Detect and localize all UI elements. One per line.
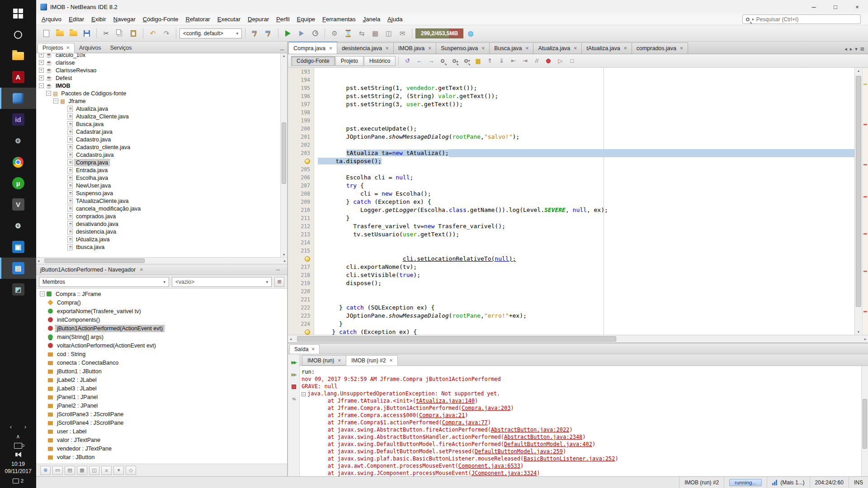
- stacktrace-link[interactable]: AbstractButton.java:2022: [491, 427, 569, 433]
- extra1-button[interactable]: ⚙: [328, 27, 341, 40]
- sort-filter-button[interactable]: ▾: [113, 466, 124, 475]
- tree-item-atualiza-cliente-java[interactable]: Atualiza_Cliente.java: [36, 113, 287, 120]
- comment-button[interactable]: //: [531, 56, 542, 66]
- menu-perfil[interactable]: Perfil: [273, 14, 293, 24]
- stacktrace-link[interactable]: Compra.java:77: [442, 419, 488, 426]
- menu-refatorar[interactable]: Refatorar: [182, 14, 214, 24]
- close-output-icon[interactable]: ×: [311, 347, 315, 352]
- run-button[interactable]: [282, 27, 294, 40]
- editor-tab-imob-java[interactable]: IMOB.java×: [393, 42, 436, 54]
- tree-item-comprados-java[interactable]: comprados.java: [36, 212, 287, 220]
- app2-dark-button[interactable]: ◩: [0, 279, 36, 300]
- close-tab-icon[interactable]: ×: [389, 358, 392, 363]
- code-line[interactable]: 195 pst.setString(1, vendedor.getText())…: [288, 84, 854, 92]
- paste-button[interactable]: [127, 27, 140, 40]
- navigator-item-jpanel1-jpanel[interactable]: jPanel1 : JPanel: [36, 393, 287, 401]
- stop-button[interactable]: [290, 383, 298, 390]
- save-all-button[interactable]: [80, 27, 93, 40]
- close-tab-icon[interactable]: ×: [525, 46, 528, 51]
- navigator-sort-button[interactable]: ⊞: [274, 277, 284, 287]
- stacktrace-link[interactable]: DefaultButtonModel.java:259: [475, 448, 563, 455]
- utorrent-button[interactable]: µ: [0, 173, 36, 194]
- progress-chip[interactable]: running...: [729, 479, 762, 486]
- minimize-navigator-icon[interactable]: ─: [276, 267, 280, 273]
- tree-item-cancela-modificacao-java[interactable]: cancela_modificação.java: [36, 205, 287, 212]
- output-window-tab[interactable]: Saída ×: [289, 344, 320, 354]
- debug-button[interactable]: [295, 27, 308, 40]
- panel-tab-arquivos[interactable]: Arquivos: [75, 43, 106, 53]
- build-button[interactable]: [249, 27, 261, 40]
- editor-tab-comprados-java[interactable]: comprados.java×: [632, 42, 688, 54]
- code-line[interactable]: 198: [288, 108, 854, 117]
- toggle-highlight-button[interactable]: ▆: [472, 56, 483, 66]
- tree-item-cadastro-java[interactable]: Cadastro.java: [36, 136, 287, 143]
- editor-hscrollbar[interactable]: ◂ ▸: [288, 335, 868, 343]
- config-select[interactable]: <config. default>▾: [179, 28, 242, 38]
- code-line[interactable]: 199: [288, 117, 854, 125]
- navigator-item-compra[interactable]: Compra(): [36, 298, 287, 307]
- notification-center-button[interactable]: 2: [13, 478, 24, 483]
- expander-icon[interactable]: −: [46, 91, 51, 96]
- code-line[interactable]: 212 Trasfere_varivel tv=new Trasfere_var…: [288, 222, 854, 230]
- extra6-button[interactable]: ✉: [396, 27, 409, 40]
- navigator-item-jscrollpane4-jscrollpane[interactable]: jScrollPane4 : JScrollPane: [36, 418, 287, 427]
- undo-button[interactable]: ↶: [146, 27, 159, 40]
- code-line[interactable]: 220: [288, 287, 854, 296]
- forward-button[interactable]: →: [425, 56, 436, 66]
- start-button[interactable]: [0, 3, 36, 24]
- code-line[interactable]: 201 JOptionPane.showMessageDialog(rootPa…: [288, 133, 854, 141]
- tree-item-clarisse[interactable]: +clarisse: [36, 59, 287, 66]
- minimize-window-button[interactable]: ─: [803, 0, 825, 14]
- tree-item-desistencia-java[interactable]: desistencia.java: [36, 228, 287, 235]
- scroll-tabs-right-icon[interactable]: ▸: [850, 46, 853, 52]
- navigator-item-jscrollpane3-jscrollpane[interactable]: jScrollPane3 : JScrollPane: [36, 410, 287, 418]
- menu-ferramentas[interactable]: Ferramentas: [319, 14, 359, 24]
- tree-item-busca-java[interactable]: Busca.java: [36, 120, 287, 128]
- expander-icon[interactable]: −: [40, 291, 45, 296]
- stacktrace-link[interactable]: AbstractButton.java:2348: [504, 434, 582, 440]
- menu-equipe[interactable]: Equipe: [293, 14, 319, 24]
- code-line[interactable]: 194: [288, 76, 854, 84]
- output-tab-imob-run-2[interactable]: IMOB (run) #2×: [346, 355, 398, 366]
- hint-bulb-icon[interactable]: [305, 329, 310, 335]
- palette-filter-button[interactable]: ▤: [65, 466, 75, 475]
- menu-navegar[interactable]: Navegar: [110, 14, 139, 24]
- expander-icon[interactable]: +: [39, 53, 44, 57]
- code-line[interactable]: 202: [288, 141, 854, 149]
- extra5-button[interactable]: ◫: [382, 27, 395, 40]
- shift-left-button[interactable]: ⇤: [508, 56, 519, 66]
- tools-button[interactable]: ⚙: [0, 130, 36, 151]
- code-line[interactable]: 208 cli = new Escolha();: [288, 190, 854, 198]
- chrome-button[interactable]: [0, 151, 36, 173]
- tree-item-entrada-java[interactable]: Entrada.java: [36, 166, 287, 174]
- maximize-editor-icon[interactable]: ⊞: [860, 46, 864, 52]
- monitor-filter-button[interactable]: ▭: [52, 466, 63, 475]
- code-line[interactable]: 203 tAtualiza ta=new tAtualiza();: [288, 149, 854, 157]
- stacktrace-link[interactable]: Compra.java:21: [419, 412, 465, 418]
- tree-item-desativando-java[interactable]: desativando.java: [36, 220, 287, 228]
- panel-tab-projetos[interactable]: Projetos×: [38, 43, 75, 53]
- menu-arquivo[interactable]: Arquivo: [38, 14, 65, 24]
- tree-item-cadastro-cliente-java[interactable]: Cadastro_cliente.java: [36, 143, 287, 151]
- vs-app-button[interactable]: V: [0, 194, 36, 215]
- hint-bulb-icon[interactable]: [305, 159, 310, 164]
- grid-filter-button[interactable]: ▦: [77, 466, 87, 475]
- members-select[interactable]: Membros ▾: [39, 277, 169, 287]
- tree-item-tatualizacliente-java[interactable]: TAtualizaCliente.java: [36, 197, 287, 205]
- mail-app-button[interactable]: ▤: [0, 258, 36, 279]
- new-project-button[interactable]: [53, 27, 66, 40]
- projects-scrollbar[interactable]: ▴ ▾: [280, 53, 287, 257]
- code-line[interactable]: 206 Escolha cli = null;: [288, 174, 854, 182]
- cut-button[interactable]: ✂: [100, 27, 113, 40]
- network-icon[interactable]: [14, 443, 22, 449]
- expander-icon[interactable]: −: [53, 99, 58, 103]
- menu-executar[interactable]: Executar: [214, 14, 244, 24]
- taskbar-clock[interactable]: 10:19 09/11/2017: [5, 460, 31, 475]
- find-previous-button[interactable]: [449, 56, 460, 66]
- menu-janela[interactable]: Janela: [359, 14, 384, 24]
- view-button-historico[interactable]: Histórico: [364, 56, 396, 66]
- file-explorer-button[interactable]: [0, 45, 36, 66]
- tree-item-cadastrar-java[interactable]: Cadastrar.java: [36, 128, 287, 136]
- code-line[interactable]: 217 cli.exportaNome(tv);: [288, 263, 854, 271]
- next-bookmark-button[interactable]: ⇓: [496, 56, 507, 66]
